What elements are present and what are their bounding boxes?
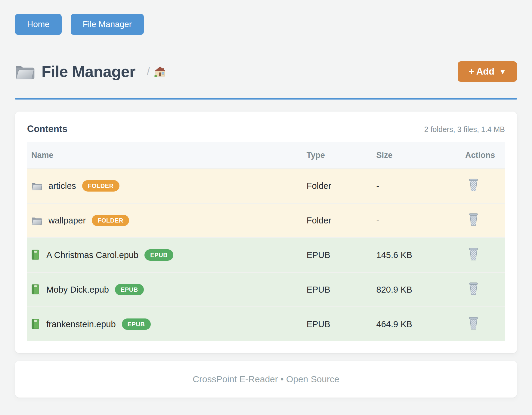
add-button[interactable]: + Add ▼	[458, 61, 517, 82]
item-name[interactable]: articles	[48, 181, 76, 191]
item-name[interactable]: wallpaper	[48, 216, 86, 226]
item-name[interactable]: Moby Dick.epub	[46, 285, 109, 295]
trash-icon	[468, 213, 479, 226]
contents-table-body: articles FOLDER Folder -	[27, 169, 505, 341]
table-row: frankenstein.epub EPUB EPUB 464.9 KB	[27, 307, 505, 341]
green-book-icon	[31, 284, 40, 295]
top-nav: Home File Manager	[15, 0, 517, 35]
caret-down-icon: ▼	[499, 68, 506, 76]
page-header: File Manager / + Add ▼	[15, 58, 517, 85]
type-badge: EPUB	[122, 318, 151, 330]
type-cell: EPUB	[302, 272, 372, 307]
nav-home-button[interactable]: Home	[15, 14, 62, 35]
trash-icon	[468, 317, 479, 330]
house-icon[interactable]	[154, 66, 166, 77]
table-header-row: Name Type Size Actions	[27, 142, 505, 169]
folder-icon	[31, 216, 42, 225]
nav-file-manager-button[interactable]: File Manager	[71, 14, 144, 35]
delete-button[interactable]	[468, 213, 479, 226]
add-button-label: + Add	[469, 66, 494, 77]
folder-icon	[31, 181, 42, 191]
trash-icon	[468, 247, 479, 261]
column-header-name: Name	[27, 142, 302, 169]
file-table: Name Type Size Actions articles	[27, 142, 505, 341]
size-cell: 820.9 KB	[372, 272, 461, 307]
table-row: Moby Dick.epub EPUB EPUB 820.9 KB	[27, 272, 505, 307]
green-book-icon	[31, 249, 40, 261]
file-manager-page: Home File Manager File Manager /	[0, 0, 532, 398]
delete-button[interactable]	[468, 317, 479, 330]
type-cell: EPUB	[302, 307, 372, 341]
trash-icon	[468, 282, 479, 295]
type-cell: Folder	[302, 203, 372, 238]
trash-icon	[468, 178, 479, 192]
delete-button[interactable]	[468, 282, 479, 295]
column-header-type: Type	[302, 142, 372, 169]
size-cell: 464.9 KB	[372, 307, 461, 341]
type-badge: EPUB	[144, 249, 173, 261]
delete-button[interactable]	[468, 178, 479, 192]
footer-text: CrossPoint E-Reader • Open Source	[193, 374, 339, 384]
page-title: File Manager	[42, 63, 135, 81]
title-divider	[15, 98, 517, 100]
size-cell: 145.6 KB	[372, 238, 461, 272]
column-header-actions: Actions	[461, 142, 505, 169]
type-cell: EPUB	[302, 238, 372, 272]
column-header-size: Size	[372, 142, 461, 169]
item-name[interactable]: frankenstein.epub	[46, 319, 116, 329]
breadcrumb: /	[147, 65, 150, 78]
table-row: articles FOLDER Folder -	[27, 169, 505, 203]
type-badge: FOLDER	[92, 215, 129, 226]
contents-card: Contents 2 folders, 3 files, 1.4 MB Name…	[15, 112, 517, 353]
size-cell: -	[372, 169, 461, 203]
footer: CrossPoint E-Reader • Open Source	[15, 361, 517, 398]
contents-title: Contents	[27, 124, 67, 134]
contents-summary: 2 folders, 3 files, 1.4 MB	[424, 125, 505, 134]
delete-button[interactable]	[468, 247, 479, 261]
table-row: wallpaper FOLDER Folder -	[27, 203, 505, 238]
item-name[interactable]: A Christmas Carol.epub	[46, 250, 138, 260]
type-cell: Folder	[302, 169, 372, 203]
open-folder-icon	[15, 63, 35, 80]
size-cell: -	[372, 203, 461, 238]
type-badge: EPUB	[115, 284, 144, 295]
type-badge: FOLDER	[82, 180, 119, 192]
table-row: A Christmas Carol.epub EPUB EPUB 145.6 K…	[27, 238, 505, 272]
green-book-icon	[31, 318, 40, 330]
